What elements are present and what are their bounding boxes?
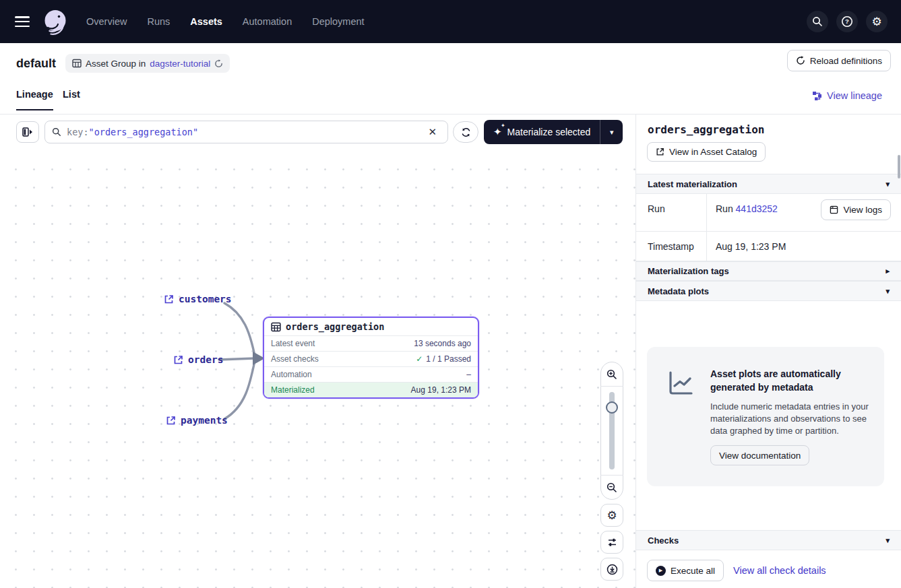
zoom-out-icon — [607, 482, 617, 493]
refresh-icon — [461, 127, 471, 137]
search-query-value: "orders_aggregation" — [89, 127, 199, 137]
recenter-view-button[interactable] — [600, 558, 623, 581]
external-link-icon — [656, 148, 664, 156]
zoom-controls — [600, 362, 623, 500]
table-icon — [271, 322, 281, 332]
checks-actions: ▶ Execute all View all check details — [647, 560, 826, 581]
plots-card-body: Include numeric metadata entries in your… — [710, 401, 872, 438]
nav-item-deployment[interactable]: Deployment — [312, 16, 364, 27]
run-row: Run Run 441d3252 View logs — [636, 194, 901, 232]
code-location-link[interactable]: dagster-tutorial — [150, 59, 210, 69]
arrow-down-circle-icon — [607, 564, 618, 575]
help-icon[interactable]: ? — [836, 11, 858, 32]
chevron-down-icon: ▾ — [886, 287, 890, 296]
reload-location-icon[interactable] — [214, 59, 223, 68]
graph-filters-button[interactable] — [600, 531, 623, 554]
external-link-icon — [173, 355, 183, 365]
primary-nav: Overview Runs Assets Automation Deployme… — [86, 16, 365, 27]
asset-node-payments[interactable]: payments — [166, 415, 228, 426]
run-id-link[interactable]: 441d3252 — [736, 203, 778, 214]
sidebar-asset-title: orders_aggregation — [648, 123, 764, 136]
refresh-graph-button[interactable] — [453, 121, 478, 143]
asset-group-badge: Asset Group in dagster-tutorial — [65, 54, 230, 73]
graph-settings-button[interactable]: ⚙ — [600, 504, 623, 527]
materialize-selected-button[interactable]: ✦✦ Materialize selected — [484, 120, 600, 144]
chart-line-icon — [667, 370, 694, 397]
asset-plots-info-card: Asset plots are automatically generated … — [647, 347, 884, 486]
timestamp-row: Timestamp Aug 19, 1:23 PM — [636, 232, 901, 261]
reload-definitions-button[interactable]: Reload definitions — [787, 50, 891, 71]
section-checks[interactable]: Checks ▾ — [636, 530, 901, 550]
search-query-prefix: key: — [67, 127, 89, 137]
play-icon: ▶ — [656, 566, 666, 576]
node-row-materialized: Materialized Aug 19, 1:23 PM — [264, 382, 478, 397]
sidebar-panel-toggle-button[interactable] — [16, 121, 39, 143]
panel-expand-icon — [22, 127, 33, 137]
nav-item-runs[interactable]: Runs — [147, 16, 170, 27]
logs-icon — [830, 205, 838, 214]
reload-icon — [796, 56, 805, 65]
chevron-right-icon: ▸ — [886, 267, 890, 275]
hamburger-menu-icon[interactable] — [15, 16, 30, 27]
sidebar-scrollbar[interactable] — [898, 155, 900, 178]
chevron-down-icon: ▾ — [886, 536, 890, 545]
sliders-icon — [607, 537, 617, 548]
view-documentation-button[interactable]: View documentation — [710, 445, 809, 465]
nav-item-automation[interactable]: Automation — [243, 16, 292, 27]
asset-details-sidebar: orders_aggregation View in Asset Catalog… — [636, 115, 901, 588]
asset-node-title: orders_aggregation — [286, 321, 384, 332]
view-all-check-details-link[interactable]: View all check details — [733, 565, 826, 576]
section-latest-materialization[interactable]: Latest materialization ▾ — [636, 174, 901, 194]
external-link-icon — [164, 294, 174, 304]
plots-card-title: Asset plots are automatically generated … — [710, 367, 872, 395]
nav-item-assets[interactable]: Assets — [190, 16, 222, 27]
asset-group-label: Asset Group in — [86, 59, 146, 69]
search-icon[interactable] — [807, 11, 828, 32]
svg-text:?: ? — [845, 18, 849, 25]
view-tabs: Lineage List View lineage — [0, 84, 901, 115]
lineage-graph-icon — [812, 91, 822, 101]
gear-icon: ⚙ — [607, 509, 617, 523]
asset-node-customers[interactable]: customers — [164, 294, 232, 304]
section-materialization-tags[interactable]: Materialization tags ▸ — [636, 261, 901, 281]
execute-all-checks-button[interactable]: ▶ Execute all — [647, 560, 724, 581]
zoom-slider[interactable] — [600, 387, 623, 475]
top-navbar: Overview Runs Assets Automation Deployme… — [0, 0, 901, 43]
external-link-icon — [166, 416, 176, 426]
chevron-down-icon: ▾ — [886, 180, 890, 189]
dagster-logo-icon[interactable] — [42, 8, 69, 35]
tab-list[interactable]: List — [63, 89, 80, 109]
nav-item-overview[interactable]: Overview — [86, 16, 127, 27]
node-row-latest-event: Latest event 13 seconds ago — [264, 335, 478, 351]
asset-search-input[interactable]: key:"orders_aggregation" ✕ — [44, 121, 448, 143]
page-header: default Asset Group in dagster-tutorial … — [0, 43, 901, 84]
clear-search-icon[interactable]: ✕ — [424, 125, 441, 139]
table-icon — [72, 59, 82, 68]
zoom-slider-handle[interactable] — [606, 401, 618, 414]
view-in-asset-catalog-button[interactable]: View in Asset Catalog — [647, 142, 766, 162]
lineage-canvas[interactable]: key:"orders_aggregation" ✕ ✦✦ Materializ… — [0, 115, 636, 588]
asset-node-orders[interactable]: orders — [173, 354, 223, 365]
section-metadata-plots[interactable]: Metadata plots ▾ — [636, 281, 901, 301]
search-icon — [52, 127, 61, 137]
node-row-asset-checks: Asset checks ✓1 / 1 Passed — [264, 351, 478, 366]
zoom-out-button[interactable] — [600, 475, 623, 499]
page-title: default — [16, 57, 56, 71]
view-lineage-link[interactable]: View lineage — [812, 90, 882, 101]
sparkle-icon: ✦✦ — [493, 126, 502, 138]
node-row-automation: Automation – — [264, 366, 478, 382]
tab-lineage[interactable]: Lineage — [16, 89, 53, 110]
asset-node-orders-aggregation[interactable]: orders_aggregation Latest event 13 secon… — [263, 317, 479, 399]
check-icon: ✓ — [416, 354, 423, 364]
materialize-selected-button-group: ✦✦ Materialize selected ▾ — [484, 120, 623, 144]
materialize-options-caret[interactable]: ▾ — [600, 120, 623, 144]
zoom-in-button[interactable] — [600, 362, 623, 387]
zoom-in-icon — [607, 369, 617, 380]
view-logs-button[interactable]: View logs — [821, 199, 891, 220]
settings-gear-icon[interactable]: ⚙ — [866, 11, 888, 32]
